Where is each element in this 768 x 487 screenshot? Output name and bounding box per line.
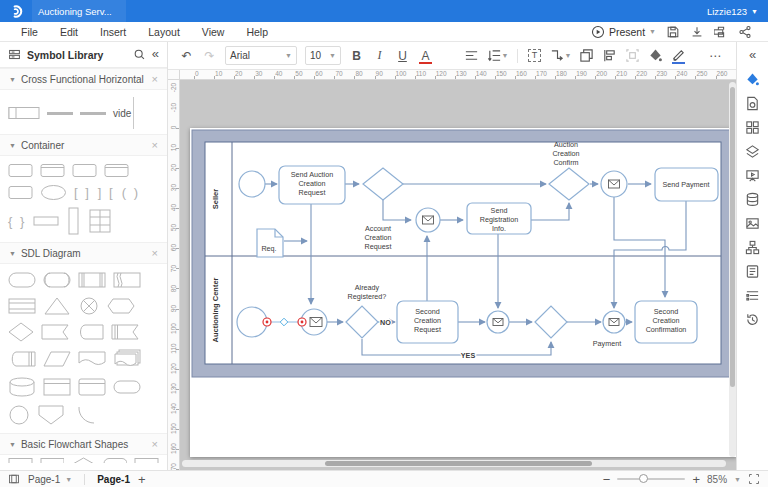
shape-rounded-rect[interactable] <box>8 185 33 200</box>
line-color-button[interactable] <box>668 45 689 66</box>
document-tab[interactable]: Auctioning Serv... <box>32 0 126 22</box>
shape-rect-notch-right[interactable] <box>111 323 139 341</box>
section-cross-functional-header[interactable]: ▼ Cross Functional Horizontal × <box>0 68 167 90</box>
image-icon[interactable] <box>745 216 760 231</box>
shape-rounded-rect-header[interactable] <box>40 163 65 178</box>
menu-edit[interactable]: Edit <box>49 26 89 38</box>
section-basic-flowchart-header[interactable]: ▼ Basic Flowchart Shapes × <box>0 433 167 455</box>
zoom-level[interactable]: 85% <box>707 474 727 485</box>
menu-help[interactable]: Help <box>235 26 279 38</box>
font-color-button[interactable]: A <box>415 45 436 66</box>
font-size-select[interactable]: 10▼ <box>305 46 341 65</box>
shape-rounded-rect[interactable] <box>8 163 33 178</box>
shape-grid-table[interactable] <box>88 207 112 235</box>
connector-button[interactable]: ▼ <box>547 45 574 66</box>
page-tab[interactable]: Page-1 <box>97 474 130 485</box>
more-button[interactable]: ⋯ <box>705 45 726 66</box>
shape-reverse-brackets[interactable]: ] [ <box>98 185 115 200</box>
lane-label-seller[interactable]: Seller <box>211 189 220 210</box>
shape-curly-brackets[interactable]: { } <box>8 214 26 229</box>
section-container-header[interactable]: ▼ Container × <box>0 134 167 156</box>
shape-rounded-left-rect[interactable] <box>76 323 104 341</box>
undo-button[interactable]: ↶ <box>176 45 197 66</box>
shape-pool[interactable] <box>8 106 40 120</box>
canvas[interactable]: 0102030405060708090100110120130140150160… <box>168 70 736 470</box>
edraw-logo-icon[interactable] <box>9 4 24 19</box>
vertical-scrollbar-thumb[interactable] <box>730 87 735 387</box>
close-icon[interactable]: × <box>152 139 158 151</box>
shape-cylinder[interactable] <box>8 376 36 398</box>
shape-rect-side-bars[interactable] <box>78 271 106 290</box>
start-event-seller[interactable] <box>239 171 265 197</box>
zoom-slider-knob[interactable] <box>639 474 648 483</box>
redo-button[interactable]: ↷ <box>199 45 220 66</box>
chevron-down-icon[interactable]: ▼ <box>734 476 741 483</box>
shape-stacked-documents[interactable] <box>113 348 143 370</box>
text-box-button[interactable]: T <box>524 45 545 66</box>
shape-circle[interactable] <box>8 404 30 426</box>
shape-ellipse[interactable] <box>40 184 67 201</box>
presentation-icon[interactable] <box>745 168 760 183</box>
zoom-slider[interactable] <box>617 478 685 480</box>
shape-rounded-rect[interactable] <box>72 163 97 178</box>
print-icon[interactable] <box>714 25 728 39</box>
data-icon[interactable] <box>745 192 760 207</box>
text-style-button[interactable] <box>438 45 459 66</box>
bold-button[interactable]: B <box>346 45 367 66</box>
shape-flag[interactable] <box>41 323 69 341</box>
shape-rounded-rect-top-band[interactable] <box>78 377 106 397</box>
menu-insert[interactable]: Insert <box>89 26 137 38</box>
share-icon[interactable] <box>738 25 752 39</box>
close-icon[interactable]: × <box>152 247 158 259</box>
zoom-out-button[interactable]: − <box>603 473 611 486</box>
fill-style-icon[interactable] <box>745 72 760 87</box>
download-icon[interactable] <box>690 25 704 39</box>
panel-collapse-icon[interactable]: « <box>152 47 159 60</box>
fill-color-button[interactable] <box>645 45 666 66</box>
lane-label-auctioning-center[interactable]: Auctioning Center <box>211 277 220 342</box>
search-icon[interactable] <box>133 48 146 61</box>
selected-connector[interactable] <box>263 318 306 326</box>
section-sdl-header[interactable]: ▼ SDL Diagram × <box>0 242 167 264</box>
close-icon[interactable]: × <box>152 73 158 85</box>
shape-shield[interactable] <box>37 404 65 426</box>
menu-view[interactable]: View <box>191 26 236 38</box>
outline-icon[interactable] <box>745 288 760 303</box>
shape-circle-cross[interactable] <box>78 296 100 316</box>
align-shapes-button[interactable] <box>599 45 620 66</box>
add-page-button[interactable]: + <box>138 473 146 486</box>
shape-stadium[interactable] <box>8 271 36 290</box>
line-spacing-button[interactable]: ▼ <box>484 45 511 66</box>
shape-rect-wavy-side[interactable] <box>113 271 141 290</box>
shape-stadium-double[interactable] <box>43 271 71 290</box>
italic-button[interactable]: I <box>369 45 390 66</box>
org-chart-icon[interactable] <box>745 240 760 255</box>
align-text-button[interactable] <box>461 45 482 66</box>
page-selector[interactable]: Page-1▼ <box>28 474 72 485</box>
shape-lane-divider[interactable]: vide <box>113 97 134 129</box>
save-icon[interactable] <box>666 25 680 39</box>
shape-diamond[interactable] <box>8 322 34 342</box>
shape-wide-rect[interactable] <box>33 207 60 235</box>
note-icon[interactable] <box>745 264 760 279</box>
bpmn-diagram[interactable]: Seller Auctioning Center <box>190 128 736 457</box>
menu-layout[interactable]: Layout <box>137 26 191 38</box>
shape-round-brackets[interactable]: ( ) <box>122 185 140 200</box>
zoom-in-button[interactable]: + <box>692 473 700 486</box>
shape-rect-hlines[interactable] <box>8 297 36 316</box>
shape-arc[interactable] <box>72 404 98 426</box>
page-view-icon[interactable] <box>8 473 20 485</box>
vertical-scrollbar[interactable] <box>729 82 736 457</box>
fullscreen-icon[interactable] <box>748 473 760 485</box>
shape-pill[interactable] <box>113 379 141 395</box>
shape-lane-separator[interactable] <box>47 112 73 115</box>
shape-lane-separator[interactable] <box>80 112 106 115</box>
shape-parallelogram[interactable] <box>43 350 71 368</box>
shape-tall-rect[interactable] <box>67 207 81 235</box>
present-button[interactable]: Present ▼ <box>591 25 656 39</box>
user-menu[interactable]: Lizzie123▼ <box>707 6 758 17</box>
shape-hexagon[interactable] <box>107 297 135 315</box>
horizontal-scrollbar[interactable] <box>182 460 726 467</box>
group-button[interactable] <box>622 45 643 66</box>
bring-forward-button[interactable] <box>576 45 597 66</box>
